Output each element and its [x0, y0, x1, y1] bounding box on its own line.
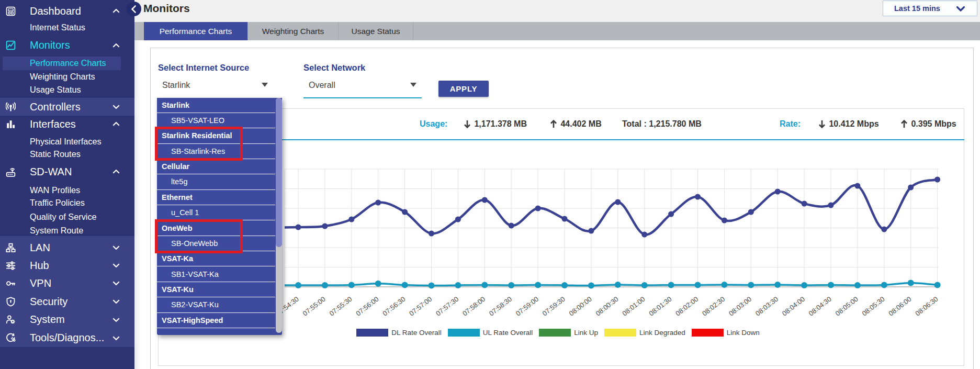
svg-text:08:05:00: 08:05:00 — [834, 295, 860, 318]
svg-text:08:03:30: 08:03:30 — [754, 295, 780, 318]
svg-text:08:04:30: 08:04:30 — [807, 295, 833, 318]
svg-text:07:55:00: 07:55:00 — [301, 295, 327, 318]
svg-text:08:01:30: 08:01:30 — [647, 295, 673, 318]
svg-text:07:58:30: 07:58:30 — [488, 295, 513, 318]
svg-text:08:00:00: 08:00:00 — [568, 295, 593, 318]
svg-text:08:06:30: 08:06:30 — [914, 295, 939, 318]
svg-text:08:01:00: 08:01:00 — [621, 295, 646, 318]
svg-text:07:57:30: 07:57:30 — [434, 295, 460, 318]
svg-text:08:03:00: 08:03:00 — [727, 295, 753, 318]
svg-text:08:00:30: 08:00:30 — [594, 295, 620, 318]
svg-text:07:58:00: 07:58:00 — [461, 295, 487, 318]
svg-text:07:59:00: 07:59:00 — [514, 295, 540, 318]
svg-text:08:06:00: 08:06:00 — [887, 295, 913, 318]
svg-text:08:05:30: 08:05:30 — [861, 295, 886, 318]
svg-text:07:56:00: 07:56:00 — [354, 295, 380, 318]
svg-text:07:59:30: 07:59:30 — [541, 295, 567, 318]
svg-text:08:02:30: 08:02:30 — [701, 295, 726, 318]
svg-text:07:56:30: 07:56:30 — [381, 295, 407, 318]
svg-text:07:57:00: 07:57:00 — [408, 295, 433, 318]
svg-text:08:04:00: 08:04:00 — [781, 295, 806, 318]
svg-text:07:55:30: 07:55:30 — [328, 295, 354, 318]
svg-text:08:02:00: 08:02:00 — [674, 295, 700, 318]
